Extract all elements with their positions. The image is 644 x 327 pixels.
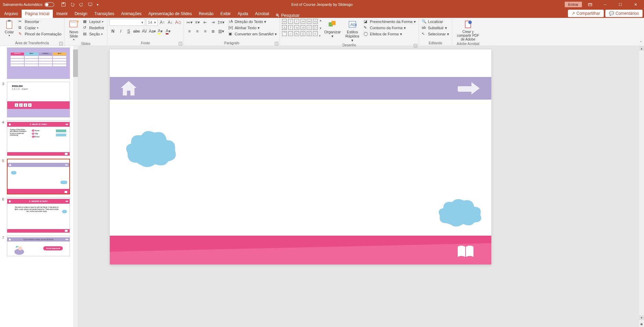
find-button[interactable]: 🔍Localizar xyxy=(421,19,450,24)
increase-font-icon[interactable]: A↑ xyxy=(159,19,166,26)
highlight-button[interactable]: A▾ xyxy=(157,28,164,35)
tab-acrobat[interactable]: Acrobat xyxy=(251,10,272,18)
maximize-icon[interactable]: ☐ xyxy=(613,1,627,8)
collapse-ribbon-icon[interactable]: ⌃ xyxy=(638,18,644,46)
gallery-up-icon[interactable]: ▲ xyxy=(319,19,322,22)
section-button[interactable]: ▤Seção ▾ xyxy=(82,31,105,37)
layout-icon: ▦ xyxy=(83,19,88,24)
replace-button[interactable]: abSubstituir ▾ xyxy=(421,25,450,31)
increase-indent-button[interactable]: ⇥ xyxy=(210,19,216,26)
scroll-up-icon[interactable]: ▲ xyxy=(639,46,644,51)
arrange-button[interactable]: Organizar▾ xyxy=(323,19,342,39)
slide-canvas[interactable] xyxy=(110,49,491,264)
gallery-more-icon[interactable]: ▾ xyxy=(319,34,322,37)
numbering-button[interactable]: ≡▾ xyxy=(194,19,201,26)
gallery-down-icon[interactable]: ▼ xyxy=(319,27,322,30)
undo-icon[interactable] xyxy=(70,2,75,7)
slide-thumbnail[interactable]: ENGLISH MATH SCIENCE ARTS xyxy=(7,47,70,79)
tab-transicoes[interactable]: Transições xyxy=(91,10,118,18)
shapes-gallery[interactable]: ▭//▱▭▭ △/↘◇○⬡ ⌒⟋∿{}☆ xyxy=(282,19,318,37)
save-icon[interactable] xyxy=(61,2,66,7)
ribbon-display-icon[interactable] xyxy=(583,1,597,8)
slide-thumbnail-selected[interactable] xyxy=(7,159,70,194)
tab-animacoes[interactable]: Animações xyxy=(118,10,145,18)
slide-thumbnail[interactable]: If your answer is correct, you win 20 Po… xyxy=(7,236,70,256)
new-slide-icon: ✳ xyxy=(69,20,79,29)
copy-button[interactable]: ⧉Copiar ▾ xyxy=(18,25,62,31)
shape-fill-button[interactable]: ◪Preenchimento da Forma▾ xyxy=(363,19,417,24)
thumbs-scrollbar[interactable] xyxy=(73,46,78,327)
italic-button[interactable]: I xyxy=(117,28,124,35)
justify-button[interactable]: ≣ xyxy=(210,28,216,35)
comments-button[interactable]: 💬Comentários xyxy=(605,10,643,17)
decrease-indent-button[interactable]: ⇤ xyxy=(202,19,209,26)
shape-outline-button[interactable]: ✎Contorno da Forma▾ xyxy=(363,25,417,31)
thumb-number: 7 xyxy=(2,236,5,256)
book-icon[interactable] xyxy=(457,245,474,258)
share-button[interactable]: ↗Compartilhar xyxy=(568,10,604,17)
quick-styles-button[interactable]: Abc Estilos Rápidos▾ xyxy=(343,19,362,43)
close-icon[interactable]: ✕ xyxy=(629,1,642,8)
launcher-icon[interactable]: ↘ xyxy=(275,42,278,45)
adobe-pdf-button[interactable]: Crear y compartir PDF de Adobe xyxy=(454,19,482,42)
strikethrough-button[interactable]: abc xyxy=(133,28,140,35)
launcher-icon[interactable]: ↘ xyxy=(179,42,182,45)
tab-revisao[interactable]: Revisão xyxy=(195,10,217,18)
bullets-button[interactable]: ≔▾ xyxy=(186,19,193,26)
qat-more-icon[interactable]: ▾ xyxy=(97,3,98,7)
redo-icon[interactable] xyxy=(79,2,84,7)
reset-button[interactable]: ↺Redefinir xyxy=(82,25,105,31)
paste-button[interactable]: Colar▾ xyxy=(2,19,16,38)
cut-button[interactable]: ✂Recortar xyxy=(18,19,62,24)
autosave-toggle[interactable]: Salvamento Automático xyxy=(3,2,54,7)
slide-thumbnail[interactable]: ENGLISH A, B, C, D… English! 1 2 3 4 xyxy=(7,82,70,117)
tab-arquivo[interactable]: Arquivo xyxy=(1,10,22,18)
bold-button[interactable]: N xyxy=(109,28,116,35)
tab-design[interactable]: Design xyxy=(71,10,91,18)
align-text-button[interactable]: [≡]Alinhar Texto▾ xyxy=(228,25,278,31)
svg-rect-4 xyxy=(7,21,12,29)
text-direction-button[interactable]: ↕ADireção do Texto▾ xyxy=(228,19,278,24)
tell-me-search[interactable]: 🔍︎ Pesquisar xyxy=(273,13,302,18)
clear-format-icon[interactable]: A◇ xyxy=(175,19,182,26)
next-arrow-icon[interactable] xyxy=(457,81,481,95)
format-painter-button[interactable]: ✎Pincel de Formatação xyxy=(18,31,62,37)
line-spacing-button[interactable]: ‡≡▾ xyxy=(218,19,224,26)
tab-apresentacao[interactable]: Apresentação de Slides xyxy=(145,10,195,18)
smartart-button[interactable]: ▣Converter em SmartArt▾ xyxy=(228,31,278,37)
tab-exibir[interactable]: Exibir xyxy=(217,10,234,18)
underline-button[interactable]: S xyxy=(125,28,132,35)
font-color-button[interactable]: A▾ xyxy=(165,28,172,35)
launcher-icon[interactable]: ↘ xyxy=(59,42,63,45)
document-title: End of Course Jeopardy by Slidesgo xyxy=(291,2,353,7)
group-editing-label: Editando xyxy=(421,41,450,45)
svg-rect-7 xyxy=(71,22,76,23)
select-button[interactable]: ↖Selecionar ▾ xyxy=(421,31,450,37)
slide-nav-bar xyxy=(110,77,491,100)
new-slide-button[interactable]: ✳ Novo Slide▾ xyxy=(67,19,81,42)
signin-button[interactable]: Entrar xyxy=(565,2,582,7)
tab-ajuda[interactable]: Ajuda xyxy=(234,10,252,18)
canvas-vertical-scrollbar[interactable]: ▲ ▼ ▣ xyxy=(639,46,644,327)
present-icon[interactable] xyxy=(88,2,93,7)
align-center-button[interactable]: ≡ xyxy=(194,28,201,35)
tab-inserir[interactable]: Inserir xyxy=(53,10,71,18)
cloud-decoration xyxy=(436,197,484,228)
tab-pagina-inicial[interactable]: Página Inicial xyxy=(22,10,53,18)
slide-thumbnail[interactable]: 2. WHERE IS SHE? She went to a place to … xyxy=(7,197,70,233)
slide-thumbnail[interactable]: 3. WHAT IS THIS? A piece of short fictio… xyxy=(7,120,70,156)
minimize-icon[interactable]: ─ xyxy=(598,1,612,8)
columns-button[interactable]: ▥▾ xyxy=(218,28,224,35)
font-size-dropdown[interactable]: 14▾ xyxy=(146,19,158,26)
decrease-font-icon[interactable]: A↓ xyxy=(167,19,174,26)
font-family-dropdown[interactable]: ▾ xyxy=(109,19,145,26)
shape-effects-button[interactable]: ◯Efeitos de Forma▾ xyxy=(363,31,417,37)
char-spacing-button[interactable]: Aa▾ xyxy=(149,28,156,35)
align-left-button[interactable]: ≡ xyxy=(186,28,193,35)
slide-nav-icon[interactable]: ▣ xyxy=(639,322,644,326)
align-right-button[interactable]: ≡ xyxy=(202,28,209,35)
shadow-button[interactable]: AV xyxy=(141,28,148,35)
layout-button[interactable]: ▦Layout ▾ xyxy=(82,19,105,24)
home-icon[interactable] xyxy=(120,80,137,96)
scroll-down-icon[interactable]: ▼ xyxy=(639,315,644,320)
